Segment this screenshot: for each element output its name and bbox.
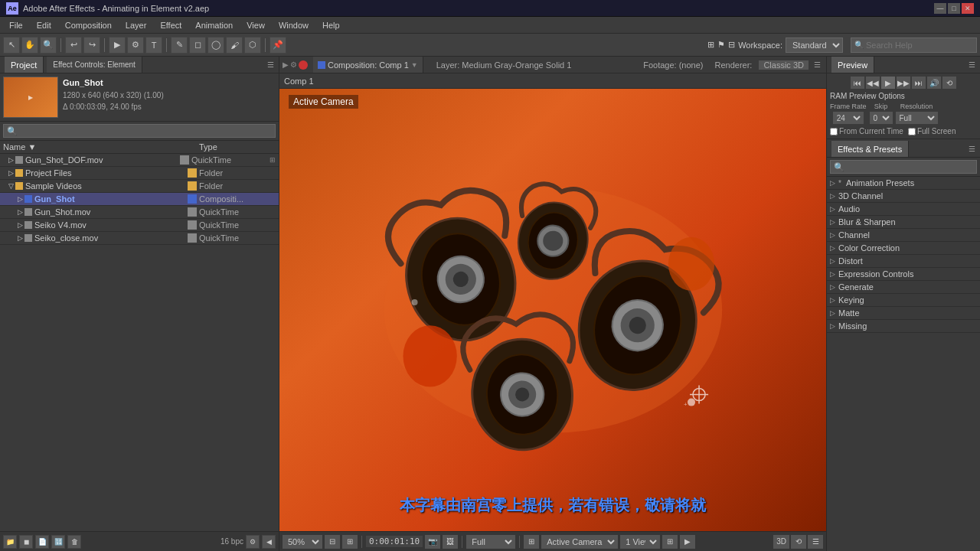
- zoom-select[interactable]: 50% 100% 25%: [283, 535, 322, 549]
- undo-tool[interactable]: ↩: [65, 37, 82, 54]
- menu-edit[interactable]: Edit: [31, 19, 57, 31]
- go-start-btn[interactable]: ⏮: [851, 77, 864, 89]
- effect-section-expression-controls[interactable]: ▷ Expression Controls: [827, 268, 980, 281]
- effect-section-3dchannel[interactable]: ▷ 3D Channel: [827, 190, 980, 203]
- new-folder-btn[interactable]: 📁: [3, 535, 17, 549]
- search-area[interactable]: 🔍: [851, 37, 977, 53]
- menu-animation[interactable]: Animation: [189, 19, 239, 31]
- effect-section-channel[interactable]: ▷ Channel: [827, 229, 980, 242]
- close-button[interactable]: ✕: [962, 3, 974, 14]
- effect-section-blur[interactable]: ▷ Blur & Sharpen: [827, 216, 980, 229]
- tab-effect-controls[interactable]: Effect Controls: Element: [47, 57, 142, 73]
- menu-window[interactable]: Window: [273, 19, 315, 31]
- comp1-dropdown-icon[interactable]: ▼: [411, 61, 418, 69]
- skip-select[interactable]: 0: [870, 112, 893, 124]
- comp-menu-btn[interactable]: ☰: [808, 535, 823, 549]
- effect-section-distort[interactable]: ▷ Distort: [827, 255, 980, 268]
- full-screen-check[interactable]: Full Screen: [908, 127, 956, 135]
- stamp-tool[interactable]: ⬡: [244, 37, 261, 54]
- effect-section-generate[interactable]: ▷ Generate: [827, 281, 980, 294]
- minimize-button[interactable]: —: [934, 3, 946, 14]
- col-name-header[interactable]: Name ▼: [3, 142, 187, 152]
- audio-btn[interactable]: 🔊: [927, 77, 941, 89]
- quality-select[interactable]: Full Half Quarter: [466, 535, 515, 549]
- render-queue-tool[interactable]: ▶: [109, 37, 126, 54]
- shape-tool[interactable]: ◯: [207, 37, 224, 54]
- tab-preview[interactable]: Preview: [831, 57, 874, 73]
- settings-tool[interactable]: ⚙: [127, 37, 144, 54]
- play-btn[interactable]: ▶: [881, 77, 895, 89]
- effect-section-animation-presets[interactable]: ▷ * Animation Presets: [827, 177, 980, 190]
- hand-tool[interactable]: ✋: [21, 37, 38, 54]
- puppet-tool[interactable]: 📌: [270, 37, 286, 54]
- workspace-select[interactable]: Standard: [786, 37, 843, 53]
- menu-effect[interactable]: Effect: [154, 19, 188, 31]
- expand-icon-6[interactable]: ▷: [15, 221, 24, 229]
- frame-rate-select[interactable]: 24: [833, 112, 864, 124]
- effect-section-color-correction[interactable]: ▷ Color Correction: [827, 242, 980, 255]
- interpret-btn[interactable]: 🔢: [51, 535, 65, 549]
- comp-render-btn[interactable]: ▶: [680, 535, 695, 549]
- effects-panel-close[interactable]: ☰: [969, 145, 975, 153]
- mask-tool[interactable]: ◻: [189, 37, 206, 54]
- delete-btn[interactable]: 🗑: [67, 535, 81, 549]
- file-item-5[interactable]: ▷ Gun_Shot.mov QuickTime: [0, 206, 279, 219]
- brush-tool[interactable]: 🖌: [226, 37, 243, 54]
- window-controls[interactable]: — □ ✕: [934, 3, 974, 14]
- file-item-1[interactable]: ▷ Gun_Shot_DOF.mov QuickTime ⊞: [0, 154, 279, 167]
- right-panel-close[interactable]: ☰: [969, 60, 975, 69]
- loop-btn[interactable]: ⟲: [942, 77, 956, 89]
- comp-viewport[interactable]: Active Camera: [279, 89, 826, 531]
- fit-comp-btn[interactable]: ⊟: [325, 535, 340, 549]
- tab-effects[interactable]: Effects & Presets: [831, 141, 909, 157]
- comp-panel-menu[interactable]: ☰: [811, 59, 823, 71]
- renderer-select[interactable]: Classic 3D: [759, 60, 808, 70]
- left-panel-close[interactable]: ☰: [267, 60, 274, 69]
- menu-view[interactable]: View: [240, 19, 271, 31]
- new-comp-btn[interactable]: ◼: [19, 535, 33, 549]
- effect-section-audio[interactable]: ▷ Audio: [827, 203, 980, 216]
- tab-project[interactable]: Project: [5, 57, 44, 73]
- from-current-checkbox[interactable]: [830, 128, 838, 135]
- menu-layer[interactable]: Layer: [119, 19, 153, 31]
- effect-section-matte[interactable]: ▷ Matte: [827, 307, 980, 320]
- menu-help[interactable]: Help: [316, 19, 346, 31]
- expand-icon-2[interactable]: ▷: [6, 169, 15, 177]
- from-current-check[interactable]: From Current Time: [830, 127, 903, 135]
- effects-search-input[interactable]: [830, 160, 977, 174]
- zoom-tool[interactable]: 🔍: [40, 37, 57, 54]
- redo-tool[interactable]: ↪: [83, 37, 100, 54]
- text-tool[interactable]: T: [145, 37, 162, 54]
- view-select[interactable]: 1 View: [620, 535, 660, 549]
- full-screen-checkbox[interactable]: [908, 128, 916, 135]
- pen-tool[interactable]: ✎: [171, 37, 188, 54]
- menu-file[interactable]: File: [3, 19, 29, 31]
- footage-btn[interactable]: 📄: [35, 535, 49, 549]
- step-back-btn[interactable]: ◀◀: [866, 77, 880, 89]
- active-camera-select[interactable]: Active Camera: [541, 535, 618, 549]
- expand-icon-5[interactable]: ▷: [15, 208, 24, 216]
- file-item-7[interactable]: ▷ Seiko_close.mov QuickTime: [0, 232, 279, 245]
- record-btn[interactable]: [299, 60, 308, 70]
- view-layout-btn[interactable]: ⊞: [662, 535, 678, 549]
- selection-tool[interactable]: ↖: [3, 37, 20, 54]
- effect-section-missing[interactable]: ▷ Missing: [827, 320, 980, 333]
- resolution-select[interactable]: Full: [896, 112, 938, 124]
- file-item-6[interactable]: ▷ Seiko V4.mov QuickTime: [0, 219, 279, 232]
- comp-tab-comp1[interactable]: Composition: Comp 1 ▼: [313, 57, 423, 73]
- show-snapshot-btn[interactable]: 🖼: [443, 535, 458, 549]
- menu-composition[interactable]: Composition: [59, 19, 118, 31]
- transparency-grid-btn[interactable]: ⊞: [524, 535, 539, 549]
- snapshot-btn[interactable]: 📷: [425, 535, 440, 549]
- file-item-2[interactable]: ▷ Project Files Folder: [0, 167, 279, 180]
- settings-proj-btn[interactable]: ⚙: [246, 535, 260, 549]
- expand-icon-3[interactable]: ▽: [6, 182, 15, 190]
- 3d-view-btn[interactable]: 3D: [773, 535, 789, 549]
- maximize-button[interactable]: □: [948, 3, 960, 14]
- project-search-input[interactable]: [3, 124, 276, 138]
- search-input[interactable]: [866, 41, 973, 50]
- reset-view-btn[interactable]: ⟲: [791, 535, 806, 549]
- file-item-3[interactable]: ▽ Sample Videos Folder: [0, 180, 279, 193]
- expand-icon-7[interactable]: ▷: [15, 234, 24, 242]
- view-options-btn[interactable]: ⊞: [342, 535, 358, 549]
